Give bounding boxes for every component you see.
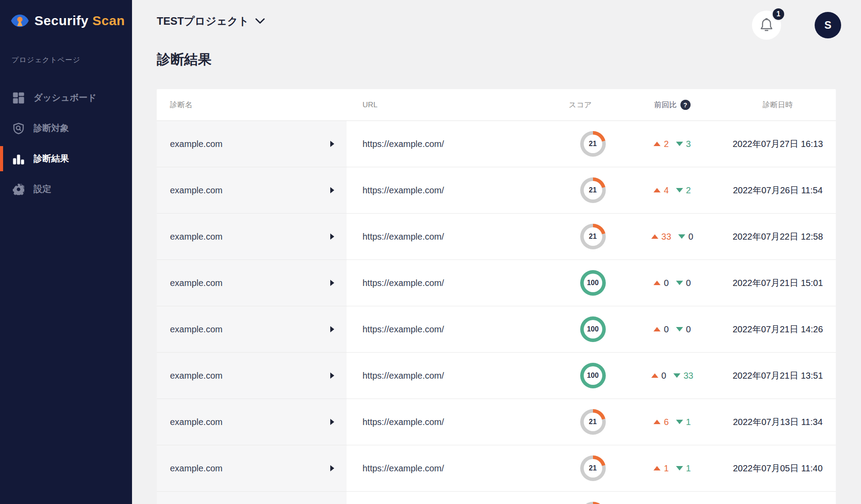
triangle-down-icon [678, 234, 685, 239]
scan-url: https://example.com/ [347, 324, 561, 335]
table-row: example.com https://example.com/ 21 1 1 … [157, 445, 836, 492]
avatar[interactable]: S [815, 12, 841, 38]
scan-name: example.com [170, 417, 223, 427]
notifications-button[interactable]: 1 [752, 11, 781, 40]
scan-name-cell[interactable]: example.com [157, 167, 347, 213]
table-row: example.com https://example.com/ 100 0 3… [157, 353, 836, 399]
topbar: TESTプロジェクト 1 S [132, 0, 861, 40]
diff-down-value: 1 [686, 463, 691, 474]
triangle-up-icon [651, 373, 658, 378]
bell-icon [759, 18, 774, 33]
diff-down-value: 0 [688, 232, 693, 242]
scan-date: 2022年07月27日 16:13 [733, 138, 823, 150]
app-name: Securify Scan [34, 13, 125, 28]
sidebar-nav: ダッシュボード 診断対象 診断結果 設定 [0, 83, 132, 204]
bar-chart-icon [13, 153, 24, 165]
scan-url: https://example.com/ [347, 232, 561, 242]
column-header-name: 診断名 [157, 100, 347, 110]
project-selector[interactable]: TESTプロジェクト [157, 14, 265, 28]
scan-name-cell[interactable]: example.com [157, 306, 347, 352]
score-value: 21 [589, 233, 597, 241]
score-cell: 21 [561, 131, 625, 157]
scan-name-cell[interactable]: example.com [157, 260, 347, 306]
diff-cell: 2 3 [625, 139, 720, 149]
score-cell: 100 [561, 316, 625, 342]
scan-name-cell[interactable]: example.com [157, 214, 347, 260]
scan-name: example.com [170, 232, 223, 242]
table-body: example.com https://example.com/ 21 2 3 … [157, 121, 836, 504]
triangle-up-icon [653, 466, 661, 470]
score-ring: 21 [580, 409, 606, 435]
diff-down: 2 [676, 185, 691, 196]
diff-up-value: 0 [664, 278, 668, 288]
column-header-diff-label: 前回比 [654, 100, 677, 110]
scan-name-cell[interactable]: example.com [157, 399, 347, 445]
sidebar: Securify Scan プロジェクトページ ダッシュボード 診断対象 [0, 0, 132, 504]
diff-up: 2 [653, 139, 668, 149]
sidebar-item-dashboard[interactable]: ダッシュボード [0, 83, 132, 113]
score-ring: 21 [580, 502, 606, 504]
diff-down: 33 [673, 371, 693, 381]
diff-up: 33 [651, 232, 671, 242]
diff-up: 0 [653, 324, 668, 335]
diff-cell: 4 2 [625, 185, 720, 196]
score-value: 21 [589, 186, 597, 194]
sidebar-item-label: 診断結果 [34, 153, 69, 165]
diff-cell: 0 0 [625, 278, 720, 288]
scan-url: https://example.com/ [347, 185, 561, 196]
score-value: 21 [589, 418, 597, 426]
diff-up-value: 0 [664, 324, 668, 335]
score-ring: 21 [580, 455, 606, 481]
dashboard-icon [13, 92, 24, 104]
triangle-down-icon [676, 188, 683, 192]
results-table: 診断名 URL スコア 前回比 ? 診断日時 example.com https… [157, 89, 836, 504]
column-header-url: URL [347, 101, 561, 109]
scan-name: example.com [170, 324, 223, 335]
score-ring: 100 [580, 363, 606, 388]
diff-cell: 0 33 [625, 371, 720, 381]
scan-name-cell[interactable]: example.com [157, 121, 347, 167]
sidebar-item-scan-results[interactable]: 診断結果 [0, 143, 132, 174]
diff-up-value: 33 [661, 232, 671, 242]
column-header-date: 診断日時 [763, 100, 793, 110]
score-cell: 21 [561, 409, 625, 435]
sidebar-item-settings[interactable]: 設定 [0, 174, 132, 204]
score-value: 21 [589, 140, 597, 148]
diff-cell: 0 0 [625, 324, 720, 335]
scan-name-cell[interactable]: example.com [157, 353, 347, 399]
scan-date: 2022年07月21日 14:26 [733, 323, 823, 335]
triangle-down-icon [676, 420, 683, 424]
triangle-up-icon [651, 234, 658, 239]
expand-arrow-icon [330, 233, 334, 240]
scan-url: https://example.com/ [347, 463, 561, 474]
scan-date: 2022年07月13日 11:34 [733, 416, 823, 428]
triangle-down-icon [676, 281, 683, 285]
diff-down: 1 [676, 417, 691, 427]
diff-down-value: 33 [684, 371, 693, 381]
diff-up: 6 [653, 417, 668, 427]
table-row: example.com https://example.com/ 100 0 0… [157, 260, 836, 306]
sidebar-item-scan-targets[interactable]: 診断対象 [0, 113, 132, 143]
table-row: example.com https://example.com/ 21 6 1 … [157, 399, 836, 445]
diff-cell: 33 0 [625, 232, 720, 242]
help-icon[interactable]: ? [680, 100, 691, 110]
sidebar-item-label: 設定 [34, 183, 51, 195]
diff-up: 4 [653, 185, 668, 196]
triangle-up-icon [653, 420, 661, 424]
expand-arrow-icon [330, 326, 334, 332]
page-title: 診断結果 [157, 50, 861, 69]
column-header-diff: 前回比 ? [654, 100, 691, 110]
main-content: TESTプロジェクト 1 S 診断結果 診断名 URL スコア 前回比 [132, 0, 861, 504]
scan-name: example.com [170, 278, 223, 288]
scan-name-cell[interactable] [157, 492, 347, 504]
score-value: 100 [587, 325, 599, 333]
triangle-down-icon [676, 142, 683, 146]
expand-arrow-icon [330, 141, 334, 147]
score-value: 100 [587, 372, 599, 380]
scan-name-cell[interactable]: example.com [157, 445, 347, 491]
diff-down-value: 0 [686, 324, 691, 335]
score-cell: 21 [561, 502, 625, 504]
column-header-score: スコア [561, 100, 625, 110]
diff-down: 0 [676, 324, 691, 335]
scan-url: https://example.com/ [347, 417, 561, 427]
